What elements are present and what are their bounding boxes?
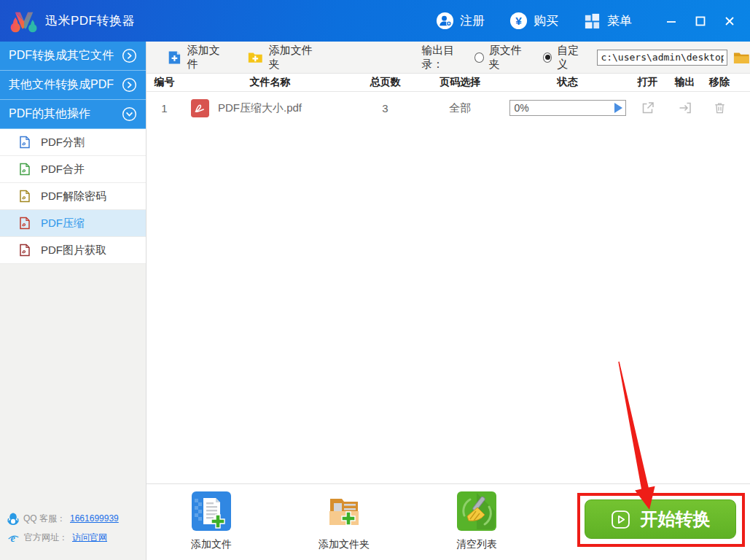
radio-original-label[interactable]: 原文件夹 xyxy=(489,44,527,71)
row-remove-button[interactable] xyxy=(702,101,737,115)
browser-e-icon: e xyxy=(7,532,20,544)
header-output: 输出 xyxy=(668,76,702,89)
sidebar-item-label: PDF图片获取 xyxy=(41,244,106,257)
add-folder-label: 添加文件夹 xyxy=(269,44,316,71)
sidebar-item-pdf-merge[interactable]: PDF合并 xyxy=(0,156,146,183)
app-logo-icon xyxy=(9,6,39,36)
chevron-right-circle-icon xyxy=(122,48,137,63)
sidebar-item-label: PDF合并 xyxy=(41,163,85,176)
chevron-down-circle-icon xyxy=(122,106,137,122)
title-bar: 迅米PDF转换器 注册 ¥ 购买 xyxy=(0,0,750,42)
output-path-input[interactable] xyxy=(597,50,727,66)
maximize-button[interactable] xyxy=(686,0,715,42)
row-index: 1 xyxy=(147,102,182,114)
category-label: PDF的其他操作 xyxy=(9,106,122,122)
radio-original-folder[interactable] xyxy=(474,52,483,63)
bottom-clear-list-button[interactable]: 清空列表 xyxy=(437,491,517,551)
add-folder-big-icon xyxy=(324,491,364,531)
bottom-action-bar: 添加文件 添加文件夹 xyxy=(147,483,750,560)
category-label: PDF转换成其它文件 xyxy=(9,48,122,63)
trash-icon xyxy=(713,101,727,115)
play-icon xyxy=(611,510,630,529)
menu-label: 菜单 xyxy=(607,12,632,29)
clear-list-broom-icon xyxy=(457,491,496,531)
category-label: 其他文件转换成PDF xyxy=(9,77,122,93)
main-area: 添加文件 添加文件夹 输出目录： 原文件夹 自定义 编号 文件名称 总页数 页码… xyxy=(147,42,750,560)
add-file-button[interactable]: 添加文件 xyxy=(168,44,224,71)
sidebar-category-pdf-other-ops[interactable]: PDF的其他操作 xyxy=(0,100,146,129)
sidebar-item-pdf-split[interactable]: PDF分割 xyxy=(0,129,146,156)
sidebar-item-label: PDF解除密码 xyxy=(41,190,106,203)
output-dir-label: 输出目录： xyxy=(421,44,469,71)
header-index: 编号 xyxy=(147,76,182,89)
chevron-right-circle-icon xyxy=(122,77,137,93)
row-filename: PDF压缩大小.pdf xyxy=(218,101,302,115)
progress-value: 0% xyxy=(510,102,614,114)
pdf-doc-icon xyxy=(19,163,31,176)
start-convert-button[interactable]: 开始转换 xyxy=(585,499,736,539)
header-status: 状态 xyxy=(507,76,628,89)
add-folder-icon xyxy=(248,50,263,65)
add-folder-button[interactable]: 添加文件夹 xyxy=(248,44,316,71)
buy-label: 购买 xyxy=(534,12,558,29)
progress-bar: 0% xyxy=(509,100,626,116)
buy-button[interactable]: ¥ 购买 xyxy=(509,12,558,30)
header-remove: 移除 xyxy=(702,76,737,89)
sidebar-category-other-to-pdf[interactable]: 其他文件转换成PDF xyxy=(0,71,146,100)
sidebar-category-pdf-to-other[interactable]: PDF转换成其它文件 xyxy=(0,42,146,71)
open-external-icon xyxy=(641,101,655,115)
register-user-icon xyxy=(436,12,454,30)
radio-custom-label[interactable]: 自定义 xyxy=(557,44,585,71)
sidebar-item-pdf-compress[interactable]: PDF压缩 xyxy=(0,210,146,237)
qq-number-link[interactable]: 1661699939 xyxy=(70,513,119,524)
pdf-doc-icon xyxy=(19,244,31,257)
menu-button[interactable]: 菜单 xyxy=(583,12,632,30)
row-pages: 3 xyxy=(358,102,413,114)
row-open-button[interactable] xyxy=(628,101,668,115)
row-output-button[interactable] xyxy=(668,101,702,115)
qq-icon xyxy=(7,512,19,525)
sidebar-item-pdf-extract-images[interactable]: PDF图片获取 xyxy=(0,237,146,264)
bottom-add-file-label: 添加文件 xyxy=(171,538,251,551)
header-pages: 总页数 xyxy=(358,76,413,89)
svg-text:¥: ¥ xyxy=(515,15,522,27)
header-filename: 文件名称 xyxy=(182,76,358,89)
register-button[interactable]: 注册 xyxy=(436,12,485,30)
bottom-add-folder-button[interactable]: 添加文件夹 xyxy=(304,491,384,551)
yuan-icon: ¥ xyxy=(509,12,528,30)
sidebar-item-label: PDF压缩 xyxy=(41,217,85,230)
row-page-select[interactable]: 全部 xyxy=(413,101,507,115)
website-label: 官方网址： xyxy=(24,532,68,544)
header-page-select: 页码选择 xyxy=(413,76,507,89)
pdf-doc-icon xyxy=(19,190,31,203)
add-file-icon xyxy=(168,50,181,66)
qq-service-label: QQ 客服： xyxy=(23,513,66,525)
pdf-doc-icon xyxy=(19,136,31,149)
sidebar-item-label: PDF分割 xyxy=(41,136,85,149)
visit-website-link[interactable]: 访问官网 xyxy=(72,532,107,544)
register-label: 注册 xyxy=(460,12,485,29)
bottom-clear-list-label: 清空列表 xyxy=(437,538,517,551)
sidebar: PDF转换成其它文件 其他文件转换成PDF PDF的其他操作 PDF分割 xyxy=(0,42,147,560)
bottom-add-file-button[interactable]: 添加文件 xyxy=(171,491,251,551)
header-open: 打开 xyxy=(628,76,668,89)
progress-play-icon xyxy=(614,103,622,113)
browse-folder-icon[interactable] xyxy=(733,50,750,66)
app-title: 迅米PDF转换器 xyxy=(45,12,135,29)
minimize-button[interactable] xyxy=(657,0,686,42)
close-button[interactable] xyxy=(715,0,744,42)
table-row: 1 PDF压缩大小.pdf 3 全部 0% xyxy=(147,92,750,124)
table-header: 编号 文件名称 总页数 页码选择 状态 打开 输出 移除 xyxy=(147,74,750,92)
svg-text:e: e xyxy=(10,532,15,544)
radio-custom[interactable] xyxy=(543,52,552,63)
toolbar: 添加文件 添加文件夹 输出目录： 原文件夹 自定义 xyxy=(147,42,750,74)
pdf-file-icon xyxy=(191,99,209,117)
add-file-big-icon xyxy=(192,491,231,531)
export-icon xyxy=(678,101,692,115)
sidebar-item-pdf-remove-password[interactable]: PDF解除密码 xyxy=(0,183,146,210)
add-file-label: 添加文件 xyxy=(187,44,224,71)
pdf-doc-icon xyxy=(19,217,31,230)
bottom-add-folder-label: 添加文件夹 xyxy=(304,538,384,551)
grid-menu-icon xyxy=(583,12,601,30)
support-info: QQ 客服： 1661699939 e 官方网址： 访问官网 xyxy=(7,505,119,544)
